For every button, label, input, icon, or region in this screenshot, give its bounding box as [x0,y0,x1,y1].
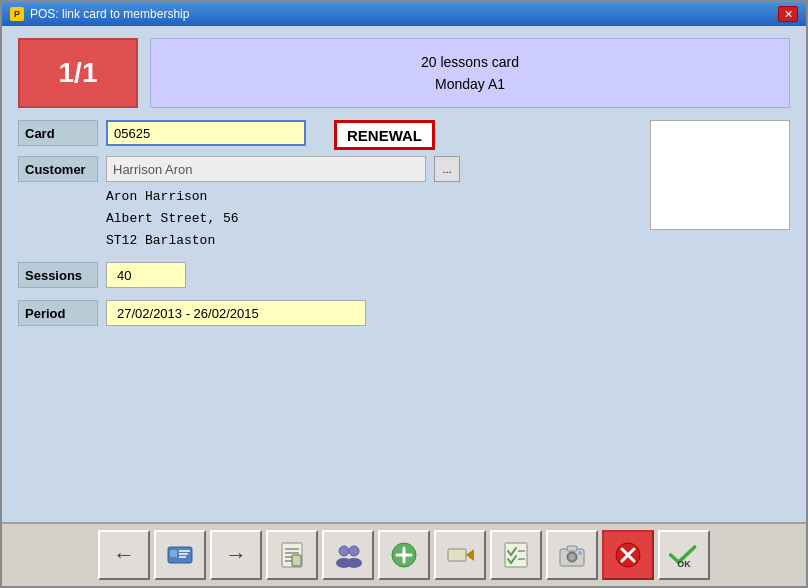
checklist-icon [502,541,530,569]
group-button[interactable] [322,530,374,580]
svg-rect-1 [170,550,177,557]
transfer-button[interactable] [434,530,486,580]
forward-icon: → [225,542,247,568]
transfer-icon [446,541,474,569]
svg-rect-26 [567,546,577,551]
lesson-line2: Monday A1 [435,73,505,95]
report-icon [278,541,306,569]
add-button[interactable] [378,530,430,580]
toolbar: ← → [2,522,806,586]
period-row: Period 27/02/2013 - 26/02/2015 [18,300,630,326]
lesson-info: 20 lessons card Monday A1 [150,38,790,108]
sessions-label: Sessions [18,262,98,288]
svg-rect-10 [292,555,301,566]
ok-button[interactable]: OK [658,530,710,580]
card-label: Card [18,120,98,146]
svg-point-11 [339,546,349,556]
id-card-icon [166,541,194,569]
cancel-icon [614,541,642,569]
middle-area: Card RENEWAL Customer ... Aron Ha [18,120,790,326]
period-label: Period [18,300,98,326]
window-icon: P [10,7,24,21]
card-row: Card RENEWAL [18,120,630,150]
customer-label: Customer [18,156,98,182]
title-bar: P POS: link card to membership ✕ [2,2,806,26]
address-line1: Aron Harrison [106,186,630,208]
cancel-button[interactable] [602,530,654,580]
id-card-button[interactable] [154,530,206,580]
back-icon: ← [113,542,135,568]
group-icon [334,541,362,569]
sessions-value: 40 [106,262,186,288]
right-photo [640,120,790,326]
renewal-badge: RENEWAL [334,120,435,150]
content-area: 1/1 20 lessons card Monday A1 Card RENEW… [2,26,806,522]
card-input[interactable] [106,120,306,146]
svg-point-12 [349,546,359,556]
period-value: 27/02/2013 - 26/02/2015 [106,300,366,326]
address-block: Aron Harrison Albert Street, 56 ST12 Bar… [106,186,630,252]
left-forms: Card RENEWAL Customer ... Aron Ha [18,120,630,326]
customer-input[interactable] [106,156,426,182]
svg-point-25 [569,554,575,560]
svg-point-27 [578,551,582,555]
customer-row: Customer ... [18,156,630,182]
camera-icon [558,541,586,569]
main-window: P POS: link card to membership ✕ 1/1 20 … [0,0,808,588]
address-line3: ST12 Barlaston [106,230,630,252]
card-counter: 1/1 [18,38,138,108]
add-icon [390,541,418,569]
ok-icon: OK [668,541,700,569]
back-button[interactable]: ← [98,530,150,580]
address-line2: Albert Street, 56 [106,208,630,230]
svg-rect-18 [448,549,466,561]
svg-text:OK: OK [677,559,691,569]
browse-button[interactable]: ... [434,156,460,182]
lesson-line1: 20 lessons card [421,51,519,73]
svg-point-14 [346,558,362,568]
sessions-row: Sessions 40 [18,262,630,288]
forward-button[interactable]: → [210,530,262,580]
photo-box [650,120,790,230]
window-title: POS: link card to membership [30,7,189,21]
report-button[interactable] [266,530,318,580]
top-section: 1/1 20 lessons card Monday A1 [18,38,790,108]
title-bar-left: P POS: link card to membership [10,7,189,21]
close-button[interactable]: ✕ [778,6,798,22]
camera-button[interactable] [546,530,598,580]
svg-marker-19 [466,549,474,561]
checklist-button[interactable] [490,530,542,580]
